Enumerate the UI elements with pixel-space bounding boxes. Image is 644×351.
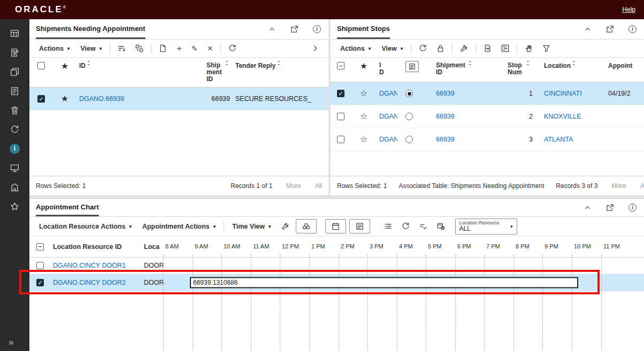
stop-shipment-link[interactable]: 66939 [436,90,502,97]
schedule-icon[interactable] [432,220,450,232]
shipments-info-icon[interactable]: i [313,25,321,33]
sort-icon[interactable]: ˆˇ [88,62,89,68]
stop-shipment-link[interactable]: 66939 [436,113,502,120]
multi-select-icon[interactable] [415,220,432,232]
row-checkbox[interactable] [337,136,344,143]
stops-actions-button[interactable]: Actions▾ [335,43,376,54]
sidebar-refresh-icon[interactable] [0,120,29,139]
lock-icon[interactable] [432,42,449,54]
add-icon[interactable]: + [172,43,187,54]
sidebar-building-icon[interactable] [0,177,29,197]
sidebar-edit-document-icon[interactable] [0,43,29,62]
drag-hand-icon[interactable] [520,42,538,54]
appointment-actions-button[interactable]: Appointment Actions▾ [137,221,221,232]
sidebar-info-icon[interactable]: i [0,139,29,158]
gantt-chart-icon[interactable] [496,42,514,54]
column-header-tender-reply[interactable]: Tender Replyˆˇ [233,62,328,69]
finder-icon[interactable] [131,42,148,54]
delete-icon[interactable]: × [203,43,218,54]
favorite-star-icon[interactable]: ★ [61,95,68,103]
timeline-lane[interactable]: 66939:1310686 [163,274,644,291]
more-link[interactable]: More [286,182,301,190]
all-link[interactable]: All [640,182,644,190]
sidebar-workbench-icon[interactable] [0,24,29,43]
row-checkbox[interactable] [36,262,44,269]
toolbar-overflow-icon[interactable] [306,42,324,54]
shipments-view-button[interactable]: View▾ [75,43,107,54]
appointment-bar[interactable]: 66939:1310686 [190,277,578,288]
column-header-location[interactable]: Loca [142,243,163,251]
resource-row[interactable]: DGANO.CINCY DOOR1 DOOR1 [29,258,644,274]
row-checkbox[interactable]: ✓ [37,95,45,103]
sidebar-favorites-icon[interactable] [0,197,29,216]
chart-open-window-icon[interactable] [606,204,614,212]
all-link[interactable]: All [315,182,322,190]
location-resource-link[interactable]: DGANO.CINCY DOOR2 [53,279,140,286]
favorite-star-icon[interactable]: ☆ [360,112,367,121]
favorite-star-icon[interactable]: ☆ [360,135,367,144]
stop-id-link[interactable]: DGANO.66939 [379,90,397,97]
shipment-row[interactable]: ✓ ★ DGANO.66939 66939 SECURE RESOURCES_ [29,88,328,111]
new-document-icon[interactable] [154,42,172,54]
location-resource-actions-button[interactable]: Location Resource Actions▾ [34,221,137,232]
calendar-view-icon[interactable] [325,219,346,233]
shipments-collapse-icon[interactable] [268,25,276,33]
stop-location-link[interactable]: KNOXVILLE [544,113,603,120]
filter-icon[interactable] [538,42,555,54]
sort-icon[interactable]: ˆˇ [278,62,279,68]
row-radio[interactable] [405,113,413,120]
edit-icon[interactable]: ✎ [187,43,203,54]
sort-icon[interactable]: ˆˇ [573,62,574,68]
sidebar-expand-icon[interactable]: » [9,337,13,348]
wrench-icon[interactable] [455,42,473,54]
stop-location-link[interactable]: CINCINNATI [544,90,603,97]
shipments-open-window-icon[interactable] [290,25,298,33]
stop-id-link[interactable]: DGANO.66939 [379,136,397,143]
sidebar-delete-icon[interactable] [0,100,29,120]
column-header-shipment-id[interactable]: Shipment IDˆˇ [433,62,505,76]
location-resource-link[interactable]: DGANO.CINCY DOOR1 [53,262,140,269]
list-options-icon[interactable] [379,220,397,232]
time-view-button[interactable]: Time View▾ [227,221,276,232]
details-view-toggle-icon[interactable] [405,61,419,72]
column-header-id[interactable]: I D [377,62,400,76]
refresh-icon[interactable] [224,42,241,54]
select-all-checkbox[interactable]: – [36,243,44,251]
row-checkbox[interactable]: ✓ [337,90,344,97]
stop-location-link[interactable]: ATLANTA [544,136,603,143]
chart-info-icon[interactable]: i [628,204,637,212]
stop-shipment-link[interactable]: 66939 [436,136,502,143]
stops-view-button[interactable]: View▾ [376,43,408,54]
binoculars-icon[interactable] [296,219,317,233]
refresh-icon[interactable] [414,42,432,54]
sort-icon[interactable]: ˆˇ [226,62,227,68]
stop-id-link[interactable]: DGANO.66939 [379,113,397,120]
sidebar-monitor-icon[interactable] [0,158,29,177]
stop-row[interactable]: ☆ DGANO.66939 66939 2 KNOXVILLE [331,105,644,128]
shipment-id-link[interactable]: DGANO.66939 [79,95,201,103]
column-header-shipment-id[interactable]: Ship ment IDˆˇ [204,62,233,83]
timeline-lane[interactable] [163,258,644,274]
resource-row[interactable]: ✓ DGANO.CINCY DOOR2 DOOR2 66939:1310686 [29,274,644,292]
row-checkbox[interactable]: ✓ [36,279,44,286]
help-link[interactable]: Help [622,6,635,13]
stop-row[interactable]: ✓ ☆ DGANO.66939 66939 1 CINCINNATI 04/19… [331,82,644,105]
location-resource-select[interactable]: Location Resource ALL ▾ [455,219,517,235]
column-header-id[interactable]: IDˆˇ [76,62,204,69]
select-all-checkbox[interactable] [37,62,45,69]
sort-icon[interactable]: ˆˇ [527,62,528,68]
sidebar-copy-icon[interactable] [0,62,29,81]
stops-info-icon[interactable]: i [628,25,637,33]
row-radio[interactable] [405,90,413,97]
wrench-icon[interactable] [277,220,294,232]
select-all-checkbox[interactable]: – [337,62,344,69]
sidebar-form-icon[interactable] [0,81,29,100]
refresh-icon[interactable] [397,220,415,232]
favorite-star-icon[interactable]: ☆ [360,89,367,98]
agenda-view-icon[interactable] [349,219,370,233]
stops-collapse-icon[interactable] [584,25,592,33]
column-header-location[interactable]: Locationˆˇ [541,62,605,69]
stop-row[interactable]: ☆ DGANO.66939 66939 3 ATLANTA [331,128,644,151]
sort-columns-icon[interactable] [113,42,131,54]
column-header-appointment[interactable]: Appoint [605,62,644,69]
